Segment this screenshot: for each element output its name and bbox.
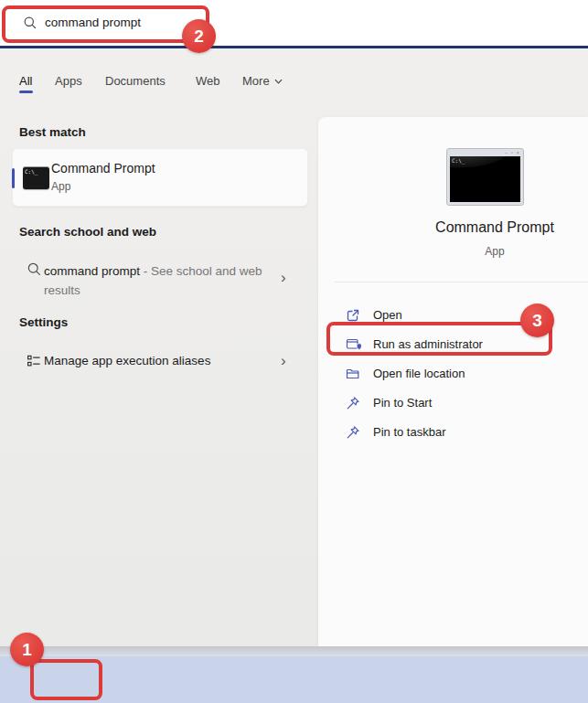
divider xyxy=(335,282,588,282)
web-section-heading: Search school and web xyxy=(19,225,156,239)
annotation-box-search-bar xyxy=(2,5,209,43)
search-icon xyxy=(27,261,42,277)
best-match-heading: Best match xyxy=(19,125,86,139)
chevron-right-icon[interactable]: › xyxy=(281,352,286,370)
annotation-step-1: 1 xyxy=(10,633,44,666)
search-filter-tabs: All Apps Documents Web More xyxy=(0,74,588,96)
pin-icon xyxy=(346,396,360,410)
annotation-step-2: 2 xyxy=(182,19,216,53)
result-title: Command Prompt xyxy=(51,161,155,176)
preview-subtitle: App xyxy=(362,245,588,258)
action-pin-to-start[interactable]: Pin to Start xyxy=(318,392,588,414)
tab-more[interactable]: More xyxy=(242,74,283,88)
pin-icon xyxy=(346,425,360,440)
settings-section-heading: Settings xyxy=(19,315,68,329)
preview-panel: – ▫ × C:\_ Command Prompt App Open Run a… xyxy=(318,117,588,646)
tab-all[interactable]: All xyxy=(19,74,32,88)
action-pin-to-taskbar[interactable]: Pin to taskbar xyxy=(318,421,588,443)
command-prompt-icon: C:\_ xyxy=(23,166,49,189)
window-controls-decoration: – ▫ × xyxy=(505,150,520,155)
annotation-box-run-as-admin xyxy=(326,322,552,356)
selection-accent-bar xyxy=(12,168,15,188)
active-tab-indicator xyxy=(19,91,33,93)
app-aliases-icon xyxy=(27,354,41,368)
result-subtitle: App xyxy=(51,180,70,193)
tab-documents[interactable]: Documents xyxy=(105,74,166,88)
chevron-down-icon xyxy=(274,79,283,84)
chevron-right-icon[interactable]: › xyxy=(281,269,286,287)
preview-title: Command Prompt xyxy=(362,219,588,236)
annotation-step-3: 3 xyxy=(520,304,554,337)
action-open-file-location[interactable]: Open file location xyxy=(318,363,588,385)
windows-search-screen: command prompt All Apps Documents Web Mo… xyxy=(0,0,588,703)
panel-drop-shadow xyxy=(0,646,588,656)
open-icon xyxy=(346,308,360,323)
tab-apps[interactable]: Apps xyxy=(55,74,82,88)
settings-result-manage-aliases[interactable]: Manage app execution aliases xyxy=(44,354,210,367)
web-search-result[interactable]: command prompt - See school and web resu… xyxy=(44,261,280,300)
tab-web[interactable]: Web xyxy=(196,74,220,88)
folder-icon xyxy=(346,367,360,381)
best-match-result-command-prompt[interactable]: C:\_ Command Prompt App xyxy=(12,148,308,207)
command-prompt-large-icon: – ▫ × C:\_ xyxy=(446,148,524,206)
annotation-box-start-button xyxy=(30,659,102,700)
